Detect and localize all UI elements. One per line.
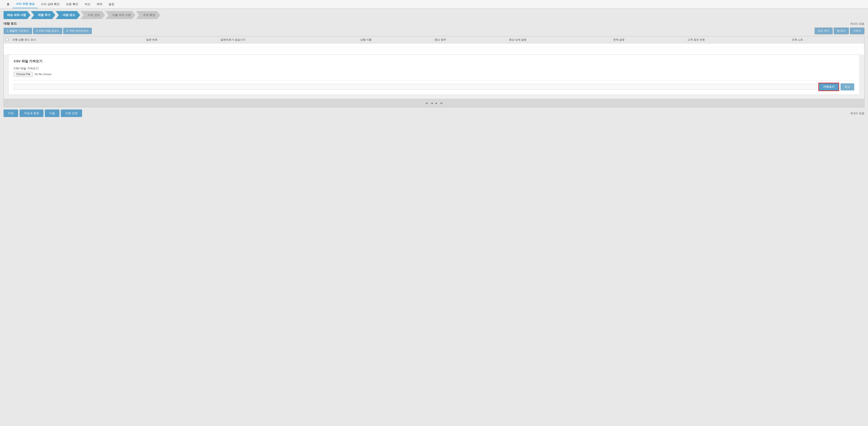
nav-asset[interactable]: 자산 [82, 0, 93, 8]
step-shipping[interactable]: 배송 세부 사항 [4, 11, 30, 19]
select-all-checkbox[interactable] [5, 38, 8, 41]
nav-contract[interactable]: 계약 [93, 0, 105, 8]
no-file-chosen-label: No file chosen [35, 73, 52, 76]
toolbar-row: 1. 템플릿 다운로드 2. CSV 파일 업로드 3. 주문 데이터로드 라인… [4, 28, 864, 34]
support-button[interactable]: 지원 요청 [61, 109, 82, 117]
table-header-row: 진행 상황 로드 표시 일련 번호 일련번호가 없습니다 상품 이름 증상 범주… [4, 36, 864, 43]
remove-row-btn[interactable]: 행 제거 [834, 28, 849, 34]
table-body [4, 43, 864, 48]
col-progress: 진행 상황 로드 표시 [10, 36, 145, 43]
choose-file-button[interactable]: Choose File [14, 72, 33, 77]
modal-overlay: CSV 파일 가져오기 CSV 파일 가져오기 Choose File No f… [4, 55, 864, 99]
save-end-button[interactable]: 저장 & 종료 [20, 109, 43, 117]
pagination-prev[interactable]: ◂ [430, 101, 433, 105]
nav-repair-order[interactable]: 수리 주문 생성 [13, 0, 38, 8]
col-error-note: 오류 노트 [790, 36, 864, 43]
csv-dialog-title: CSV 파일 가져오기 [14, 59, 854, 63]
step-order-confirm[interactable]: 주문 확정 [136, 11, 160, 19]
top-navigation: 홈 수리 주문 생성 수리 상태 확인 보증 확인 자산 계약 설정 [0, 0, 868, 8]
prev-button[interactable]: 이전 [4, 109, 18, 117]
step-add-product[interactable]: 제품 추가 [31, 11, 55, 19]
col-product-name: 상품 이름 [359, 36, 433, 43]
col-symptom-category: 증상 범주 [433, 36, 507, 43]
col-customer-ref: 고객 참조 번호 [686, 36, 790, 43]
nav-repair-status[interactable]: 수리 상태 확인 [38, 0, 63, 8]
csv-url-input[interactable] [14, 84, 817, 90]
next-button[interactable]: 다음 [45, 109, 59, 117]
main-wrapper: 배송 세부 사항 제품 추가 대량 로드 카트 검토 지불 세부 사항 주문 확… [0, 8, 868, 426]
step-payment[interactable]: 지불 세부 사항 [105, 11, 135, 19]
step-bar: 배송 세부 사항 제품 추가 대량 로드 카트 검토 지불 세부 사항 주문 확… [4, 11, 864, 19]
pagination-first[interactable]: ⊲ [424, 101, 429, 105]
record-info-bottom: 레코드 없음 [850, 111, 864, 115]
save-btn[interactable]: 구하다 [850, 28, 864, 34]
pagination-next[interactable]: ▸ [435, 101, 438, 105]
step-cart-review[interactable]: 카트 검토 [81, 11, 105, 19]
nav-settings[interactable]: 설정 [105, 0, 117, 8]
pagination-last[interactable]: ⊳ [439, 101, 444, 105]
bottom-left-group: 이전 저장 & 종료 다음 지원 요청 [4, 109, 82, 117]
section-title: 대량 로드 [4, 22, 17, 26]
csv-dialog-label: CSV 파일 가져오기 [14, 66, 854, 70]
cancel-button[interactable]: 취소 [840, 83, 854, 91]
template-download-btn[interactable]: 1. 템플릿 다운로드 [4, 28, 32, 34]
nav-home[interactable]: 홈 [4, 0, 13, 8]
bottom-toolbar: 이전 저장 & 종료 다음 지원 요청 레코드 없음 [4, 109, 864, 117]
table-empty-row [4, 43, 864, 48]
import-button[interactable]: 가져오기 [818, 83, 839, 91]
col-problem-desc: 문제 설명 [611, 36, 685, 43]
data-table-wrapper: 진행 상황 로드 표시 일련 번호 일련번호가 없습니다 상품 이름 증상 범주… [4, 36, 864, 107]
right-group: 라인 추가 행 제거 구하다 [814, 28, 864, 34]
col-serial: 일련 번호 [145, 36, 219, 43]
col-symptom-detail: 증상 상세 설명 [507, 36, 611, 43]
csv-import-dialog: CSV 파일 가져오기 CSV 파일 가져오기 Choose File No f… [8, 55, 860, 95]
data-table: 진행 상황 로드 표시 일련 번호 일련번호가 없습니다 상품 이름 증상 범주… [4, 36, 864, 48]
col-checkbox [4, 36, 10, 43]
nav-warranty[interactable]: 보증 확인 [63, 0, 82, 8]
csv-dialog-footer: 가져오기 취소 [14, 80, 854, 91]
section-title-row: 대량 로드 레코드 없음 [4, 22, 864, 26]
step-bulk-load[interactable]: 대량 로드 [56, 11, 80, 19]
order-data-load-btn[interactable]: 3. 주문 데이터로드 [63, 28, 92, 34]
record-info-top: 레코드 없음 [850, 22, 864, 26]
col-no-serial: 일련번호가 없습니다 [219, 36, 359, 43]
pagination-bar: ⊲ ◂ ▸ ⊳ [4, 99, 864, 107]
add-line-btn[interactable]: 라인 추가 [814, 28, 833, 34]
file-input-row: Choose File No file chosen [14, 72, 854, 77]
csv-upload-btn[interactable]: 2. CSV 파일 업로드 [33, 28, 63, 34]
